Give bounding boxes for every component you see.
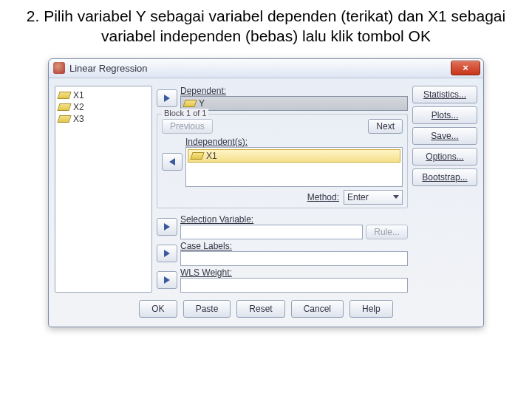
dialog-container: Linear Regression × X1 X2 xyxy=(0,58,532,327)
method-value: Enter xyxy=(347,192,369,202)
block-title: Block 1 of 1 xyxy=(162,109,208,117)
center-column: Dependent: Y Block 1 of 1 xyxy=(157,86,408,293)
list-item[interactable]: X3 xyxy=(57,113,150,125)
case-label: Case Labels: xyxy=(180,241,408,251)
var-label: X2 xyxy=(73,102,84,112)
ok-button[interactable]: OK xyxy=(139,300,177,318)
case-labels-field[interactable] xyxy=(180,251,408,266)
list-item[interactable]: X1 xyxy=(188,149,400,163)
wls-weight-field[interactable] xyxy=(180,278,408,293)
scale-icon xyxy=(57,115,71,123)
plots-button[interactable]: Plots... xyxy=(412,106,477,124)
reset-button[interactable]: Reset xyxy=(236,300,284,318)
rule-button[interactable]: Rule... xyxy=(366,225,408,239)
source-variable-list[interactable]: X1 X2 X3 xyxy=(55,86,152,293)
arrow-right-icon xyxy=(164,223,170,231)
close-icon: × xyxy=(463,62,468,73)
scale-icon xyxy=(57,103,71,111)
dependent-value: Y xyxy=(199,98,205,109)
statistics-button[interactable]: Statistics... xyxy=(412,86,477,103)
move-selection-button[interactable] xyxy=(157,218,177,236)
chevron-down-icon xyxy=(393,195,399,199)
arrow-right-icon xyxy=(164,276,170,284)
independent-label: Independent(s): xyxy=(185,137,403,147)
close-button[interactable]: × xyxy=(451,61,480,75)
move-independent-button[interactable] xyxy=(162,153,183,171)
dependent-label: Dependent: xyxy=(180,86,408,96)
dependent-field[interactable]: Y xyxy=(180,96,408,111)
titlebar: Linear Regression × xyxy=(49,59,483,78)
var-label: X3 xyxy=(73,114,84,124)
linear-regression-dialog: Linear Regression × X1 X2 xyxy=(48,58,484,327)
arrow-left-icon xyxy=(169,158,175,166)
wls-label: WLS Weight: xyxy=(180,267,408,278)
move-case-button[interactable] xyxy=(157,245,177,262)
scale-icon xyxy=(183,100,197,107)
var-label: X1 xyxy=(73,90,84,100)
independent-list[interactable]: X1 xyxy=(185,147,403,187)
list-item[interactable]: X2 xyxy=(57,101,150,113)
selection-label: Selection Variable: xyxy=(180,214,408,225)
list-item[interactable]: X1 xyxy=(57,89,150,101)
indep-value: X1 xyxy=(206,151,217,161)
scale-icon xyxy=(57,92,71,99)
options-button[interactable]: Options... xyxy=(412,148,477,166)
side-buttons: Statistics... Plots... Save... Options..… xyxy=(412,86,477,293)
arrow-right-icon xyxy=(164,95,170,102)
save-button[interactable]: Save... xyxy=(412,127,477,145)
method-select[interactable]: Enter xyxy=(344,190,403,205)
paste-button[interactable]: Paste xyxy=(183,300,231,318)
previous-button[interactable]: Previous xyxy=(162,119,213,134)
dialog-footer: OK Paste Reset Cancel Help xyxy=(49,293,483,327)
move-dependent-button[interactable] xyxy=(157,89,177,107)
block-frame: Block 1 of 1 Previous Next Independent(s… xyxy=(157,114,408,208)
cancel-button[interactable]: Cancel xyxy=(291,300,344,318)
scale-icon xyxy=(190,152,204,160)
move-wls-button[interactable] xyxy=(157,271,177,289)
bootstrap-button[interactable]: Bootstrap... xyxy=(412,168,477,186)
dialog-title: Linear Regression xyxy=(69,63,148,74)
next-button[interactable]: Next xyxy=(368,119,403,134)
arrow-right-icon xyxy=(164,250,170,257)
instruction-text: 2. Pilih variabel Y sebagai variabel dep… xyxy=(0,6,532,58)
method-label: Method: xyxy=(307,192,339,202)
app-icon xyxy=(53,62,65,74)
selection-field[interactable] xyxy=(180,225,363,239)
help-button[interactable]: Help xyxy=(349,300,393,318)
